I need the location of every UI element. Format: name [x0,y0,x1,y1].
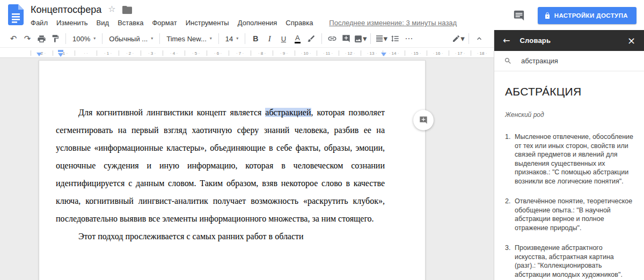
paint-format-icon [51,34,60,43]
more-icon: ⋯ [405,35,413,43]
menu-item[interactable]: Вид [92,18,114,28]
ruler-cell: 1 [97,50,119,56]
document-page[interactable]: Для когнитивной лингвистики концепт явля… [39,60,426,280]
collapse-toolbar-button[interactable] [472,32,486,45]
insert-link-button[interactable] [325,32,339,45]
font-family-value: Times New... [166,35,207,43]
toolbar-separator [159,33,160,44]
share-button[interactable]: НАСТРОЙКИ ДОСТУПА [538,7,636,24]
chevron-up-icon [475,35,483,42]
align-icon [375,34,384,43]
dictionary-sidebar: ← Словарь × абстракция АБСТРА́КЦИЯ Женск… [494,30,644,280]
ruler-cell: 16 [427,50,449,56]
ruler-cell: 11 [317,50,339,56]
toolbar-separator [245,33,245,44]
star-icon[interactable]: ☆ [108,5,115,13]
comments-icon[interactable] [513,10,525,21]
link-icon [327,34,337,43]
paragraph-text: Этот подход прослеживается с самых ранни… [78,232,304,241]
zoom-select[interactable]: 100% ▾ [69,32,99,45]
font-size-select[interactable]: 14 ▾ [222,32,241,45]
folder-icon[interactable] [122,6,132,14]
first-line-indent-marker[interactable] [58,50,63,52]
document-paragraph[interactable]: Этот подход прослеживается с самых ранни… [56,227,385,245]
ruler-cell: 13 [361,50,383,56]
undo-button[interactable]: ↶ [6,32,20,45]
editing-mode-button[interactable]: ▾ [451,32,465,45]
search-icon [504,57,512,65]
add-comment-floating-button[interactable] [413,110,434,130]
close-icon[interactable]: × [627,36,635,46]
italic-label: I [268,34,271,43]
sidebar-title: Словарь [519,36,551,45]
part-of-speech: Женский род [505,111,636,119]
right-indent-marker[interactable] [381,53,386,56]
paint-format-button[interactable] [48,32,62,45]
highlighter-icon [307,34,316,43]
text-color-button[interactable]: A [290,32,304,45]
print-icon [37,34,46,43]
toolbar-separator [65,33,66,44]
paragraph-style-select[interactable]: Обычный ... ▾ [106,32,156,45]
dropdown-icon: ▾ [210,36,212,41]
insert-image-button[interactable]: ▾ [353,32,367,45]
selected-word[interactable]: абстракцией [265,108,311,117]
ruler-cell: 5 [185,50,207,56]
add-comment-button[interactable] [339,32,353,45]
menu-item[interactable]: Вставка [113,18,148,28]
back-icon[interactable]: ← [503,36,510,45]
ruler-cell: 8 [251,50,273,56]
font-family-select[interactable]: Times New... ▾ [163,32,215,45]
definition-item: 3. Произведение абстрактного искусства, … [505,244,636,279]
header: Концептосфера ☆ Файл Изменить Вид Вставк… [0,0,644,30]
title-block: Концептосфера ☆ Файл Изменить Вид Вставк… [31,3,457,28]
last-edit-link[interactable]: Последнее изменение: 3 минуты назад [329,19,457,27]
underline-button[interactable]: U [276,32,290,45]
definition-item: 1. Мысленное отвлечение, обособление от … [505,132,636,186]
ruler-cell: 15 [405,50,427,56]
ruler-scale: 2 1 1 2 3 4 5 6 7 8 9 [31,50,493,56]
sidebar-header: ← Словарь × [494,30,644,51]
google-docs-app: Концептосфера ☆ Файл Изменить Вид Вставк… [0,0,644,280]
print-button[interactable] [34,32,48,45]
italic-button[interactable]: I [262,32,276,45]
image-icon [354,34,363,43]
highlight-color-button[interactable] [304,32,318,45]
definition-number: 1. [505,132,515,186]
line-spacing-button[interactable] [388,32,402,45]
left-margin-marker[interactable] [36,53,42,56]
menu-item[interactable]: Файл [31,18,52,28]
toolbar-separator [321,33,322,44]
bold-button[interactable]: B [248,32,262,45]
toolbar-separator [218,33,219,44]
menu-item[interactable]: Формат [148,18,181,28]
left-indent-marker[interactable] [58,53,63,57]
paragraph-style-value: Обычный ... [109,35,148,43]
redo-button[interactable]: ↷ [20,32,34,45]
menu-item[interactable]: Справка [281,18,317,28]
document-canvas: Для когнитивной лингвистики концепт явля… [0,58,494,280]
dictionary-search-field[interactable]: абстракция [494,51,644,71]
document-text[interactable]: Для когнитивной лингвистики концепт явля… [56,104,385,245]
menu-item[interactable]: Инструменты [181,18,233,28]
docs-logo-icon[interactable] [8,4,24,25]
dropdown-icon: ▾ [236,36,238,41]
dropdown-icon: ▾ [460,35,465,43]
document-paragraph[interactable]: Для когнитивной лингвистики концепт явля… [56,104,385,227]
add-comment-icon [419,116,428,124]
align-button[interactable]: ▾ [374,32,388,45]
definition-text: Отвлечённое понятие, теоретическое обобщ… [515,197,636,232]
menu-item[interactable]: Изменить [52,18,92,28]
definition-list: 1. Мысленное отвлечение, обособление от … [505,132,636,279]
menu-item[interactable]: Дополнения [233,18,282,28]
font-size-value: 14 [225,35,233,43]
more-options-button[interactable]: ⋯ [402,32,416,45]
text-color-label: A [295,34,301,43]
definition-number: 3. [505,244,515,279]
dropdown-icon: ▾ [384,35,388,43]
definition-text: Мысленное отвлечение, обособление от тех… [515,132,636,186]
paragraph-text: Для когнитивной лингвистики концепт явля… [78,108,265,117]
ruler-cell: 6 [207,50,229,56]
document-title[interactable]: Концептосфера [31,4,101,16]
zoom-value: 100% [72,35,90,43]
